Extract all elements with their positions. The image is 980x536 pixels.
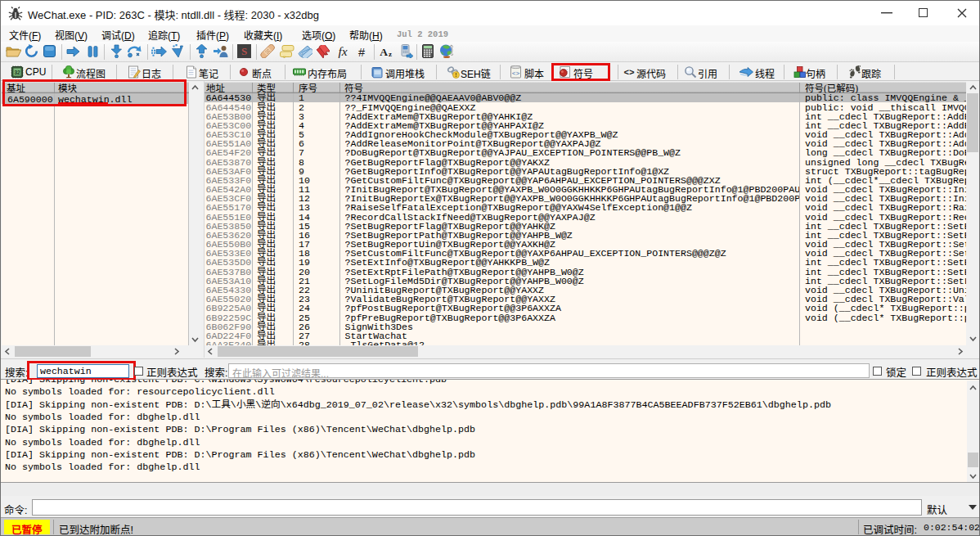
svg-text:z: z — [389, 49, 392, 57]
svg-text:S: S — [241, 45, 247, 57]
svg-text:<>: <> — [512, 70, 520, 77]
svg-text:!: ! — [455, 72, 456, 78]
svg-text:fx: fx — [338, 45, 347, 58]
svg-text:A: A — [380, 46, 388, 57]
svg-text:#: # — [357, 45, 364, 58]
svg-text:32: 32 — [14, 70, 20, 75]
svg-text:<>: <> — [623, 68, 635, 78]
